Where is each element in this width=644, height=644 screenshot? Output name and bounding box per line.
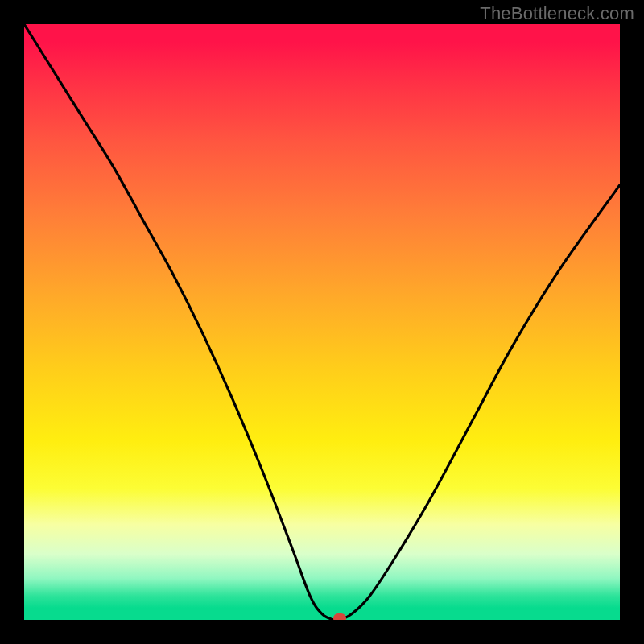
optimum-marker: [333, 613, 346, 620]
watermark-text: TheBottleneck.com: [480, 3, 634, 24]
plot-area: [24, 24, 620, 620]
curve-path: [24, 24, 620, 620]
chart-frame: TheBottleneck.com: [0, 0, 644, 644]
bottleneck-curve: [24, 24, 620, 620]
